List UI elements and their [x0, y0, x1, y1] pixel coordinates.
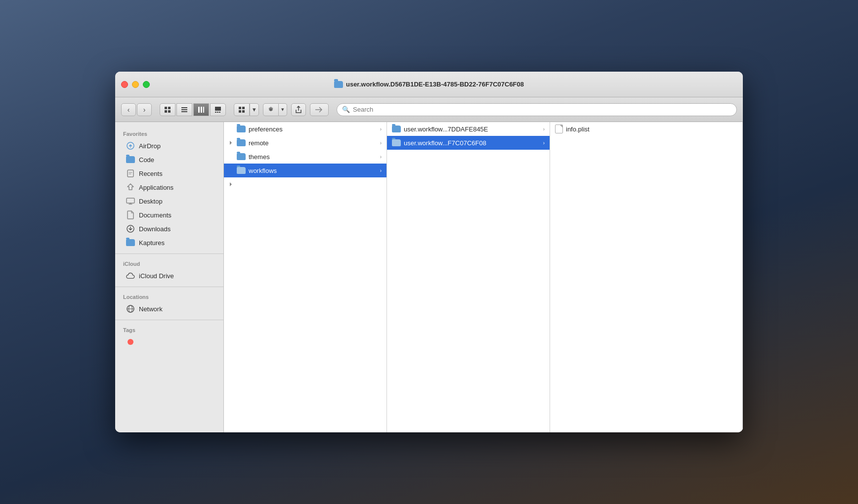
sidebar-label-network: Network — [139, 305, 163, 313]
col3-label-infoplist: info.plist — [566, 126, 737, 133]
title-folder-icon — [334, 81, 343, 88]
sidebar-divider-3 — [115, 320, 223, 320]
folder-icon-workflow1 — [392, 126, 401, 132]
col1-label-remote: remote — [249, 139, 377, 147]
minimize-button[interactable] — [132, 81, 139, 88]
col2-label-workflow2: user.workflow...F7C07C6F08 — [404, 139, 540, 147]
col3-item-infoplist[interactable]: info.plist — [550, 122, 742, 136]
svg-rect-3 — [168, 110, 171, 113]
col2-item-workflow1[interactable]: user.workflow...7DDAFE845E › — [387, 122, 550, 136]
col1-label-themes: themes — [249, 153, 377, 161]
svg-rect-8 — [201, 107, 202, 113]
forward-button[interactable]: › — [137, 103, 152, 116]
sidebar-item-recents[interactable]: Recents — [118, 167, 220, 180]
svg-rect-13 — [219, 112, 220, 113]
chevron-remote: › — [380, 140, 382, 146]
gear-button[interactable] — [263, 103, 279, 116]
chevron-preferences: › — [380, 126, 382, 132]
svg-rect-4 — [181, 107, 187, 108]
sidebar-label-airdrop: AirDrop — [139, 142, 161, 150]
back-button[interactable]: ‹ — [121, 103, 136, 116]
sidebar-label-code: Code — [139, 156, 154, 164]
view-options-dropdown[interactable]: ▾ — [250, 103, 259, 116]
sidebar: Favorites AirDrop Code — [115, 122, 224, 432]
col1-item-workflows[interactable]: workflows › — [224, 164, 386, 177]
code-folder-icon — [126, 155, 135, 164]
search-icon: 🔍 — [342, 106, 350, 113]
search-input[interactable] — [353, 106, 731, 113]
icloud-section-title: iCloud — [115, 258, 223, 269]
title-bar-center: user.workflow.D567B1DE-E13B-4785-BD22-76… — [334, 81, 524, 88]
sidebar-item-kaptures[interactable]: Kaptures — [118, 236, 220, 250]
sidebar-label-desktop: Desktop — [139, 198, 163, 205]
svg-point-24 — [128, 339, 133, 345]
svg-rect-16 — [239, 110, 241, 113]
chevron-workflows: › — [380, 168, 382, 173]
sidebar-item-desktop[interactable]: Desktop — [118, 194, 220, 208]
folder-icon-remote — [237, 139, 246, 146]
svg-rect-0 — [165, 107, 167, 109]
svg-rect-1 — [168, 107, 171, 109]
col1-label-workflows: workflows — [249, 167, 377, 174]
sidebar-item-downloads[interactable]: Downloads — [118, 222, 220, 236]
col2-item-workflow2[interactable]: user.workflow...F7C07C6F08 › — [387, 136, 550, 150]
sidebar-item-airdrop[interactable]: AirDrop — [118, 139, 220, 153]
col1-item-remote[interactable]: remote › — [224, 136, 386, 150]
list-view-button[interactable] — [176, 103, 192, 116]
col1-label-preferences: preferences — [249, 126, 377, 133]
view-options-button[interactable] — [234, 103, 250, 116]
sidebar-item-applications[interactable]: Applications — [118, 180, 220, 194]
share-button[interactable] — [291, 103, 306, 116]
folder-icon-themes — [237, 153, 246, 160]
svg-rect-19 — [128, 170, 133, 177]
svg-rect-9 — [203, 107, 204, 113]
column-3: info.plist — [550, 122, 743, 432]
close-button[interactable] — [121, 81, 128, 88]
svg-rect-20 — [127, 198, 134, 203]
col1-item-themes[interactable]: themes › — [224, 150, 386, 164]
applications-icon — [126, 183, 135, 192]
gallery-view-button[interactable] — [210, 103, 226, 116]
svg-rect-10 — [215, 107, 221, 111]
main-content: Favorites AirDrop Code — [115, 122, 743, 432]
sidebar-item-tag-red[interactable] — [118, 335, 220, 349]
svg-rect-15 — [242, 107, 245, 109]
svg-rect-14 — [239, 107, 241, 109]
chevron-themes: › — [380, 154, 382, 160]
view-buttons — [160, 103, 226, 116]
sidebar-item-code[interactable]: Code — [118, 153, 220, 167]
sidebar-divider-2 — [115, 287, 223, 287]
nav-buttons: ‹ › — [121, 103, 152, 116]
finder-window: user.workflow.D567B1DE-E13B-4785-BD22-76… — [115, 72, 743, 432]
columns-area: preferences › remote › themes › — [224, 122, 743, 432]
window-title: user.workflow.D567B1DE-E13B-4785-BD22-76… — [346, 81, 524, 88]
file-icon-infoplist — [555, 125, 563, 133]
sidebar-item-network[interactable]: Network — [118, 302, 220, 316]
icon-view-button[interactable] — [160, 103, 175, 116]
sidebar-divider-1 — [115, 253, 223, 254]
col1-expand-arrow[interactable] — [224, 177, 386, 191]
column-view-button[interactable] — [193, 103, 209, 116]
expand-spacer — [229, 139, 234, 147]
column-1: preferences › remote › themes › — [224, 122, 387, 432]
col1-item-preferences[interactable]: preferences › — [224, 122, 386, 136]
traffic-lights — [121, 81, 150, 88]
gear-dropdown-button[interactable]: ▾ — [279, 103, 287, 116]
tags-section-title: Tags — [115, 324, 223, 335]
svg-rect-12 — [217, 112, 218, 113]
svg-rect-5 — [181, 109, 187, 110]
chevron-workflow1: › — [543, 126, 545, 132]
folder-icon-preferences — [237, 126, 246, 132]
svg-rect-11 — [215, 112, 216, 113]
search-bar[interactable]: 🔍 — [337, 103, 737, 116]
folder-icon-workflows — [237, 167, 246, 174]
maximize-button[interactable] — [143, 81, 150, 88]
sidebar-item-icloud-drive[interactable]: iCloud Drive — [118, 269, 220, 283]
tag-button[interactable] — [310, 103, 329, 116]
downloads-icon — [126, 224, 135, 233]
airdrop-icon — [126, 141, 135, 150]
svg-rect-2 — [165, 110, 167, 113]
svg-rect-7 — [198, 107, 200, 113]
title-bar: user.workflow.D567B1DE-E13B-4785-BD22-76… — [115, 72, 743, 97]
sidebar-item-documents[interactable]: Documents — [118, 208, 220, 222]
